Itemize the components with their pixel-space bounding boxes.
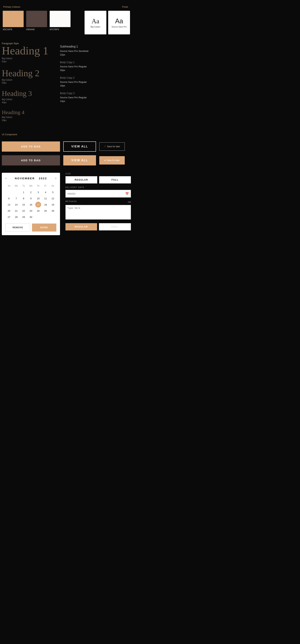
body-copy-2-name: Body Copy 2 (60, 76, 131, 79)
color-swatch-dark-brown: #564440 (26, 11, 47, 34)
body-copy-2-desc: Source Sans Pro Regular 16px (60, 80, 131, 87)
colors-fonts-row: #DCA878 #564440 #FCFBF9 Aa Big Caslon Aa… (2, 11, 131, 34)
heading-2-meta: Big Calson 50px (2, 78, 56, 85)
calendar-day[interactable]: 10 (35, 196, 41, 201)
primary-colours-label: Primary Colours (3, 6, 20, 8)
weekday-fr: Fr (42, 184, 49, 188)
calendar-day (13, 189, 19, 195)
calendar-day[interactable]: 21 (13, 208, 19, 214)
calendar-icon: 📅 (125, 192, 129, 196)
calendar-day[interactable]: 26 (50, 208, 56, 214)
body-copy-3-desc-2: 14px (60, 100, 65, 102)
calendar-day[interactable]: 15 (21, 202, 26, 208)
heading-1-display: Heading 1 (2, 45, 56, 56)
calendar-day[interactable]: 9 (28, 196, 34, 201)
calendar-day[interactable]: 28 (13, 214, 19, 220)
calendar-day[interactable]: 3 (35, 189, 41, 195)
calendar-day[interactable]: 2 (28, 189, 34, 195)
calendar-day[interactable]: 19 (50, 202, 56, 208)
buttons-row-2: ADD TO BAG VIEW ALL Save for later (2, 155, 131, 166)
size-buttons-bottom: REGULAR FULL (65, 223, 131, 230)
calendar-day[interactable]: 14 (13, 202, 19, 208)
weekday-su: Su (5, 184, 13, 188)
subheading-1-desc-2: 22px (60, 53, 65, 56)
buttons-row-1: ADD TO BAG VIEW ALL Save for later (2, 142, 131, 152)
size-regular-bottom-button[interactable]: REGULAR (65, 223, 97, 230)
font-card-big-caslon: Aa Big Caslon (84, 11, 106, 34)
calendar-form-row: ‹ NOVEMBER 2022 › Su Mo Tu We Th Fr Sa 1… (2, 173, 131, 235)
calendar-remove-button[interactable]: REMOVE (5, 224, 30, 232)
calendar-day[interactable]: 25 (43, 208, 48, 214)
heading-4-font: Big Calson (2, 116, 12, 118)
save-for-later-outline-button[interactable]: Save for later (99, 142, 125, 151)
body-copy-3-item: Body Copy 3 Source Sans Pro Regular 14px (60, 92, 131, 103)
size-full-bottom-button[interactable]: FULL (99, 223, 131, 230)
calendar-day (6, 189, 12, 195)
size-field-label: SIZE (65, 173, 131, 175)
size-full-button[interactable]: FULL (99, 176, 131, 184)
calendar-day[interactable]: 29 (21, 214, 26, 220)
message-textarea[interactable] (65, 205, 131, 220)
calendar-day[interactable]: 22 (21, 208, 26, 214)
calendar-day[interactable]: 8 (21, 196, 26, 201)
heading-2-size: 50px (2, 82, 6, 84)
body-copy-1-name: Body Copy 1 (60, 61, 131, 64)
body-copy-3-desc-1: Source Sans Pro Regular (60, 96, 87, 99)
body-copy-2-desc-1: Source Sans Pro Regular (60, 81, 87, 83)
heading-3-meta: Big Calson 40px (2, 98, 56, 104)
calendar-day[interactable]: 18 (43, 202, 48, 208)
heading-2-item: Heading 2 Big Calson 50px (2, 68, 56, 85)
save-for-later-filled-button[interactable]: Save for later (99, 156, 125, 164)
calendar-next-button[interactable]: › (55, 176, 56, 180)
date-input[interactable] (67, 192, 125, 195)
add-to-bag-primary-button[interactable]: ADD TO BAG (2, 142, 60, 152)
calendar-day[interactable]: 20 (6, 208, 12, 214)
view-all-outline-button[interactable]: VIEW ALL (63, 142, 96, 152)
headings-column: Heading 1 Big Calson 62px Heading 2 Big … (2, 45, 56, 127)
heading-3-display: Heading 3 (2, 90, 56, 97)
calendar-day[interactable]: 30 (28, 214, 34, 220)
calendar-day[interactable]: 27 (6, 214, 12, 220)
calendar-done-button[interactable]: DONE (32, 224, 56, 232)
subheading-1-desc-1: Source Sans Pro Semibold (60, 50, 88, 52)
delivery-date-label: DELIVERY DATE (65, 186, 131, 188)
heading-2-display: Heading 2 (2, 68, 56, 78)
calendar-day[interactable]: 13 (6, 202, 12, 208)
weekday-we: We (27, 184, 34, 188)
calendar-prev-button[interactable]: ‹ (5, 176, 6, 180)
heading-4-meta: Big Calson 30px (2, 116, 56, 122)
calendar-weekdays: Su Mo Tu We Th Fr Sa (5, 184, 56, 188)
size-regular-button[interactable]: REGULAR (65, 176, 97, 184)
color-label-off-white: #FCFBF9 (50, 28, 70, 31)
save-for-later-filled-label: Save for later (107, 159, 120, 162)
heading-3-item: Heading 3 Big Calson 40px (2, 90, 56, 104)
calendar-day[interactable]: 7 (13, 196, 19, 201)
form-panel: SIZE REGULAR FULL DELIVERY DATE 📅 MESSAG… (65, 173, 131, 230)
add-to-bag-dark-button[interactable]: ADD TO BAG (2, 155, 60, 166)
subheading-1-desc: Source Sans Pro Semibold 22px (60, 49, 131, 56)
calendar-day[interactable]: 4 (43, 189, 48, 195)
date-input-row[interactable]: 📅 (65, 190, 131, 198)
calendar-day[interactable]: 12 (50, 196, 56, 201)
calendar-day[interactable]: 1 (21, 189, 26, 195)
calendar-day[interactable]: 17 (35, 202, 41, 208)
color-block-off-white (50, 11, 70, 27)
body-copy-2-desc-2: 16px (60, 84, 65, 87)
calendar-day[interactable]: 16 (28, 202, 34, 208)
heading-4-item: Heading 4 Big Calson 30px (2, 110, 56, 122)
calendar-day[interactable]: 6 (6, 196, 12, 201)
size-buttons-top: REGULAR FULL (65, 176, 131, 184)
weekday-mo: Mo (13, 184, 20, 188)
heading-1-size: 62px (2, 60, 6, 63)
ui-component-label: UI Component (2, 133, 17, 136)
calendar-day[interactable]: 24 (35, 208, 41, 214)
message-label-row: MESSAGE 0/M (65, 200, 131, 204)
calendar-day[interactable]: 5 (50, 189, 56, 195)
view-all-filled-button[interactable]: VIEW ALL (63, 155, 96, 166)
subheading-1-name: Subheading 1 (60, 45, 131, 48)
calendar-day[interactable]: 23 (28, 208, 34, 214)
font-aa-source-sans: Aa (115, 17, 123, 25)
calendar-day[interactable]: 11 (43, 196, 48, 201)
color-swatches-group: #DCA878 #564440 #FCFBF9 (3, 11, 70, 34)
color-label-dark-brown: #564440 (26, 28, 47, 31)
